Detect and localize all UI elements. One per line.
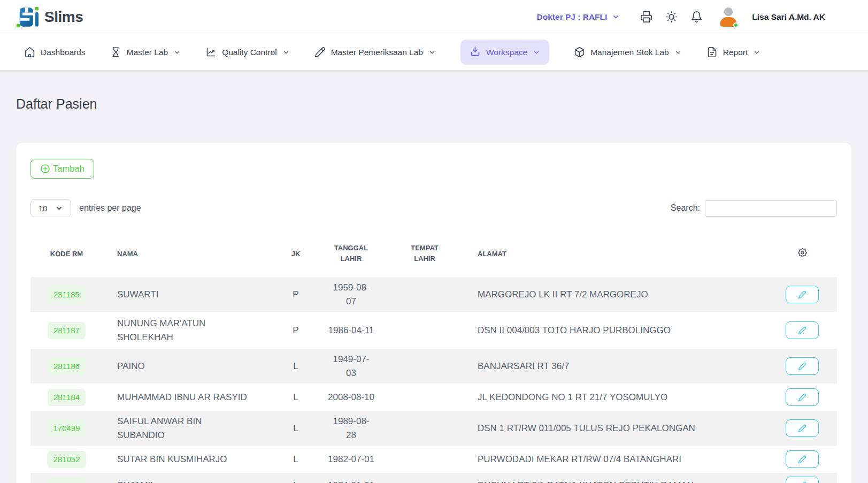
gear-icon bbox=[798, 248, 807, 257]
edit-button[interactable] bbox=[786, 321, 819, 339]
nav-item-quality-control[interactable]: Quality Control bbox=[205, 47, 290, 58]
table-row: 281187 NUNUNG MAR'ATUN SHOLEKHAH P 1986-… bbox=[30, 312, 837, 348]
column-header-nama[interactable]: NAMA bbox=[103, 239, 279, 277]
tempat-lahir-cell bbox=[390, 312, 459, 348]
nama-cell: SUJAMIL bbox=[103, 472, 279, 483]
action-cell bbox=[767, 472, 837, 483]
pencil-icon bbox=[798, 455, 806, 464]
alamat-cell: PURWODADI MEKAR RT/RW 07/4 BATANGHARI bbox=[459, 446, 767, 472]
tanggal-lahir-cell: 1986-04-11 bbox=[312, 312, 390, 348]
nav-item-report[interactable]: Report bbox=[706, 47, 761, 58]
pencil-icon bbox=[798, 393, 806, 402]
nav-item-dashboards[interactable]: Dashboards bbox=[24, 47, 86, 58]
notifications-button[interactable] bbox=[690, 11, 703, 23]
sun-icon bbox=[665, 11, 678, 23]
patient-table: KODE RM NAMA JK TANGGAL LAHIR TEMPAT LAH… bbox=[30, 239, 837, 483]
tanggal-lahir-cell: 1974-01-01 bbox=[312, 472, 390, 483]
column-header-kode-rm[interactable]: KODE RM bbox=[30, 239, 103, 277]
jk-cell: P bbox=[279, 312, 312, 348]
edit-button[interactable] bbox=[786, 388, 819, 406]
table-header-row: KODE RM NAMA JK TANGGAL LAHIR TEMPAT LAH… bbox=[30, 239, 837, 277]
alamat-cell: MARGOREJO LK II RT 7/2 MARGOREJO bbox=[459, 277, 767, 312]
online-status-dot bbox=[733, 22, 739, 28]
nama-cell: PAINO bbox=[103, 348, 279, 384]
printer-icon bbox=[640, 11, 652, 23]
nav-item-label: Report bbox=[723, 48, 748, 57]
tanggal-lahir-cell: 1982-07-01 bbox=[312, 446, 390, 472]
jk-cell: P bbox=[279, 277, 312, 312]
table-row: 281186 PAINO L 1949-07-03 BANJARSARI RT … bbox=[30, 348, 837, 384]
hourglass-icon bbox=[110, 47, 121, 58]
search-input[interactable] bbox=[705, 200, 837, 217]
table-row: 170499 SAIFUL ANWAR BIN SUBANDIO L 1989-… bbox=[30, 410, 837, 446]
kode-rm-cell: 281184 bbox=[30, 384, 103, 410]
nav-item-label: Workspace bbox=[486, 48, 527, 57]
user-avatar[interactable] bbox=[718, 6, 739, 28]
edit-button[interactable] bbox=[786, 477, 819, 483]
nav-item-label: Master Lab bbox=[127, 48, 168, 57]
nav-item-manajemen-stok-lab[interactable]: Manajemen Stok Lab bbox=[574, 47, 681, 58]
bell-icon bbox=[690, 11, 703, 23]
action-cell bbox=[767, 277, 837, 312]
doctor-pj-label: Dokter PJ : RAFLI bbox=[537, 12, 608, 22]
jk-cell: L bbox=[279, 384, 312, 410]
alamat-cell: DSN 1 RT/RW 011/005 TULUS REJO PEKALONGA… bbox=[459, 410, 767, 446]
nav-item-workspace[interactable]: Workspace bbox=[460, 40, 549, 65]
column-header-tempat-lahir[interactable]: TEMPAT LAHIR bbox=[390, 239, 459, 277]
top-bar: Slims Dokter PJ : RAFLI bbox=[0, 0, 868, 34]
jk-cell: L bbox=[279, 348, 312, 384]
chevron-down-icon bbox=[533, 49, 540, 56]
table-controls: 10 entries per page Search: bbox=[30, 199, 837, 217]
tempat-lahir-cell bbox=[390, 277, 459, 312]
slims-logo-icon bbox=[16, 6, 39, 28]
column-header-jk[interactable]: JK bbox=[279, 239, 312, 277]
doctor-pj-dropdown[interactable]: Dokter PJ : RAFLI bbox=[537, 12, 620, 22]
pen-icon bbox=[314, 47, 326, 58]
pencil-icon bbox=[798, 290, 806, 299]
add-patient-button[interactable]: Tambah bbox=[30, 159, 94, 179]
user-name: Lisa Sari A.Md. AK bbox=[752, 12, 825, 22]
kode-rm-cell: 281052 bbox=[30, 446, 103, 472]
tempat-lahir-cell bbox=[390, 446, 459, 472]
entries-per-page-label: entries per page bbox=[79, 203, 141, 213]
entries-per-page-select[interactable]: 10 bbox=[30, 199, 71, 217]
home-icon bbox=[24, 47, 35, 58]
file-icon bbox=[706, 47, 718, 58]
jk-cell: L bbox=[279, 410, 312, 446]
theme-toggle-button[interactable] bbox=[665, 11, 678, 23]
nav-item-master-pemeriksaan-lab[interactable]: Master Pemeriksaan Lab bbox=[314, 47, 436, 58]
print-button[interactable] bbox=[640, 11, 652, 23]
download-icon bbox=[470, 47, 481, 58]
table-row: 281183 SUJAMIL L 1974-01-01 DUSUN I RT 3… bbox=[30, 472, 837, 483]
nav-item-master-lab[interactable]: Master Lab bbox=[110, 47, 181, 58]
edit-button[interactable] bbox=[786, 450, 819, 468]
page-title: Daftar Pasien bbox=[16, 96, 868, 112]
alamat-cell: DSN II 004/003 TOTO HARJO PURBOLINGGO bbox=[459, 312, 767, 348]
column-header-tanggal-lahir[interactable]: TANGGAL LAHIR bbox=[312, 239, 390, 277]
kode-rm-cell: 281183 bbox=[30, 472, 103, 483]
tanggal-lahir-cell: 2008-08-10 bbox=[312, 384, 390, 410]
column-settings-button[interactable] bbox=[767, 239, 837, 277]
table-row: 281052 SUTAR BIN KUSMIHARJO L 1982-07-01… bbox=[30, 446, 837, 472]
action-cell bbox=[767, 446, 837, 472]
edit-button[interactable] bbox=[786, 419, 819, 437]
edit-button[interactable] bbox=[786, 357, 819, 375]
alamat-cell: BANJARSARI RT 36/7 bbox=[459, 348, 767, 384]
edit-button[interactable] bbox=[786, 286, 819, 303]
action-cell bbox=[767, 312, 837, 348]
kode-rm-badge: 281052 bbox=[47, 451, 86, 469]
pencil-icon bbox=[798, 424, 806, 433]
kode-rm-badge: 281187 bbox=[48, 322, 86, 340]
line-chart-icon bbox=[205, 47, 217, 58]
action-cell bbox=[767, 348, 837, 384]
nav-item-label: Manajemen Stok Lab bbox=[590, 48, 669, 57]
add-patient-label: Tambah bbox=[53, 164, 85, 174]
tempat-lahir-cell bbox=[390, 472, 459, 483]
alamat-cell: DUSUN I RT 3/1 RATNA KHATON SEPUTIH RAMA… bbox=[459, 472, 767, 483]
column-header-alamat[interactable]: ALAMAT bbox=[459, 239, 767, 277]
chevron-down-icon bbox=[674, 49, 682, 56]
tempat-lahir-cell bbox=[390, 348, 459, 384]
tanggal-lahir-cell: 1959-08-07 bbox=[312, 277, 390, 312]
action-cell bbox=[767, 410, 837, 446]
nav-item-label: Dashboards bbox=[41, 48, 86, 57]
